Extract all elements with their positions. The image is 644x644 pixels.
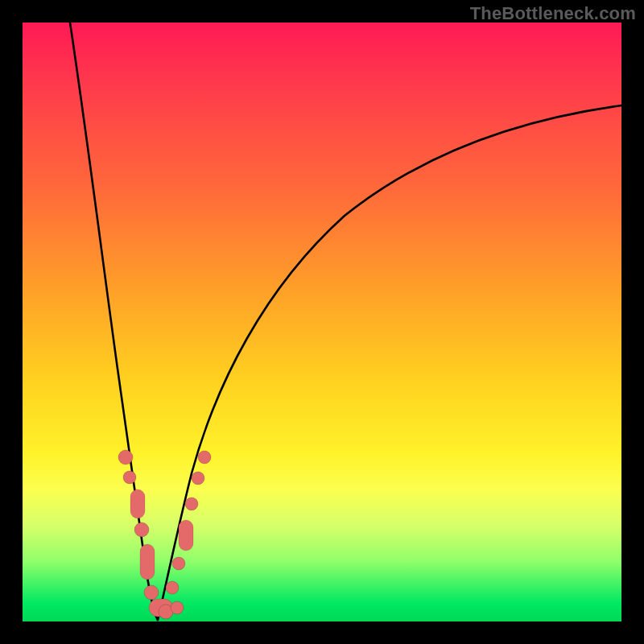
sample-dot [166,581,179,594]
sample-pill [140,544,155,580]
sample-dot [123,471,136,484]
chart-overlay [23,23,621,621]
curve-right-branch [158,105,621,620]
sample-dot [185,497,198,510]
sample-dot [134,522,149,537]
sample-dot [172,557,185,570]
sample-pill [130,489,145,518]
sample-dot [171,601,184,614]
sample-dot [144,585,159,600]
watermark: TheBottleneck.com [470,3,636,24]
sample-dot [118,450,133,464]
sample-pill [179,520,193,551]
sample-dot [192,472,204,485]
sample-dot [198,451,211,464]
chart-frame: TheBottleneck.com [0,0,644,644]
